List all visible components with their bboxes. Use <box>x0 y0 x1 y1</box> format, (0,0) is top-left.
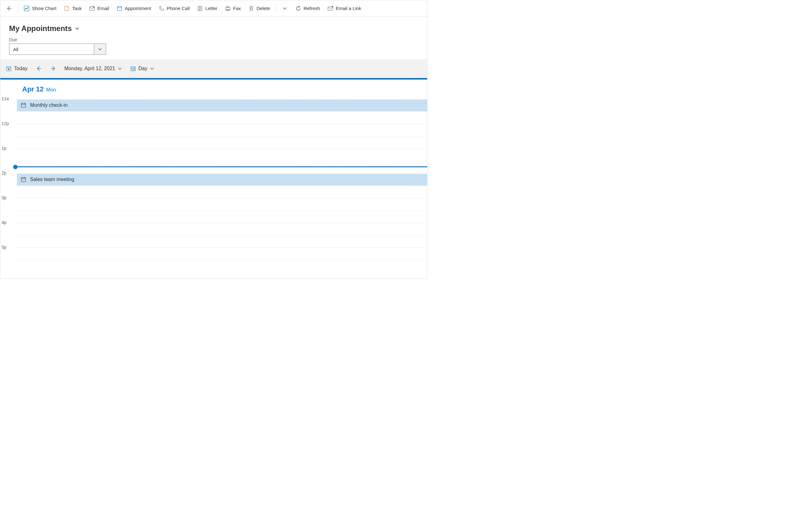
chevron-down-icon <box>75 26 80 31</box>
day-header[interactable]: Apr 12 Mon <box>0 80 427 99</box>
hour-label: 1p <box>2 146 6 151</box>
view-selector[interactable]: My Appointments <box>9 24 418 33</box>
current-time-dot <box>13 165 17 169</box>
task-label: Task <box>72 6 82 11</box>
due-filter-select[interactable]: All <box>9 43 106 55</box>
svg-rect-2 <box>117 6 122 11</box>
current-date-label: Monday, April 12, 2021 <box>64 66 115 71</box>
hour-row[interactable]: 3p <box>16 198 427 223</box>
email-link-label: Email a Link <box>336 6 361 11</box>
due-filter-label: Due <box>9 37 418 42</box>
appointment[interactable]: Sales team meeting <box>17 174 427 185</box>
arrow-left-icon <box>36 66 42 72</box>
back-button[interactable] <box>3 2 15 15</box>
hour-row[interactable]: 1p <box>16 149 427 173</box>
separator <box>276 3 276 13</box>
chart-icon <box>24 6 29 11</box>
day-header-dow: Mon <box>46 87 56 93</box>
command-bar: Show Chart Task Email Appointment Phone <box>0 0 427 17</box>
separator <box>18 3 18 13</box>
view-label: Day <box>138 66 147 71</box>
svg-rect-9 <box>8 69 10 70</box>
hour-label: 4p <box>2 220 6 225</box>
refresh-button[interactable]: Refresh <box>292 2 323 15</box>
email-label: Email <box>97 6 109 11</box>
phone-call-label: Phone Call <box>167 6 190 11</box>
date-picker[interactable]: Monday, April 12, 2021 <box>61 62 125 75</box>
hour-label: 3p <box>2 195 6 200</box>
delete-button[interactable]: Delete <box>245 2 273 15</box>
calendar-grid[interactable]: 11a12p1p2p3p4p5pMonthly check-inSales te… <box>16 99 427 272</box>
calendar-body: Apr 12 Mon 11a12p1p2p3p4p5pMonthly check… <box>0 78 427 272</box>
calendar-icon <box>21 102 26 108</box>
page-title-text: My Appointments <box>9 24 72 33</box>
arrow-left-icon <box>6 5 12 12</box>
phone-call-button[interactable]: Phone Call <box>156 2 193 15</box>
calendar-today-icon <box>6 66 12 71</box>
svg-rect-11 <box>21 103 26 108</box>
email-button[interactable]: Email <box>86 2 112 15</box>
appointment[interactable]: Monthly check-in <box>17 100 427 111</box>
appointment-label: Appointment <box>125 6 151 11</box>
letter-button[interactable]: Letter <box>194 2 220 15</box>
due-filter-value: All <box>10 47 22 52</box>
delete-label: Delete <box>257 6 270 11</box>
svg-rect-4 <box>226 8 230 10</box>
hour-row[interactable]: 4p <box>16 223 427 248</box>
email-link-button[interactable]: Email a Link <box>324 2 364 15</box>
trash-icon <box>248 6 254 11</box>
svg-rect-12 <box>21 178 26 182</box>
hour-label: 2p <box>2 170 6 176</box>
today-button[interactable]: Today <box>3 62 31 75</box>
refresh-icon <box>295 6 301 11</box>
calendar-icon <box>117 6 122 11</box>
appointment-title: Sales team meeting <box>30 177 74 182</box>
current-time-indicator <box>15 166 427 167</box>
svg-rect-5 <box>227 6 229 8</box>
calendar-icon <box>21 177 26 182</box>
letter-icon <box>197 6 203 11</box>
appointment-title: Monthly check-in <box>30 102 68 108</box>
letter-label: Letter <box>205 6 217 11</box>
arrow-right-icon <box>50 66 56 72</box>
calendar-toolbar: Today Monday, April 12, 2021 Day <box>0 59 427 78</box>
task-icon <box>64 6 70 11</box>
view-picker[interactable]: Day <box>127 62 157 75</box>
task-button[interactable]: Task <box>61 2 85 15</box>
hour-row[interactable]: 5p <box>16 248 427 272</box>
appointment-button[interactable]: Appointment <box>114 2 154 15</box>
refresh-label: Refresh <box>304 6 320 11</box>
fax-label: Fax <box>233 6 241 11</box>
day-header-date: Apr 12 <box>22 85 43 93</box>
overflow-button[interactable] <box>278 2 291 15</box>
show-chart-button[interactable]: Show Chart <box>21 2 59 15</box>
fax-button[interactable]: Fax <box>222 2 244 15</box>
today-label: Today <box>14 66 28 71</box>
hour-row[interactable]: 12p <box>16 124 427 149</box>
chevron-down-icon <box>282 6 287 11</box>
prev-day-button[interactable] <box>32 62 45 75</box>
hour-label: 5p <box>2 245 6 250</box>
email-icon <box>89 6 95 11</box>
calendar-view-icon <box>130 66 136 71</box>
chevron-down-icon <box>94 44 106 55</box>
phone-icon <box>159 6 164 11</box>
chevron-down-icon <box>150 66 154 71</box>
email-link-icon <box>328 6 333 11</box>
next-day-button[interactable] <box>47 62 59 75</box>
hour-label: 12p <box>2 121 9 126</box>
chevron-down-icon <box>118 66 122 71</box>
show-chart-label: Show Chart <box>32 6 56 11</box>
fax-icon <box>225 6 231 11</box>
hour-label: 11a <box>2 96 9 101</box>
